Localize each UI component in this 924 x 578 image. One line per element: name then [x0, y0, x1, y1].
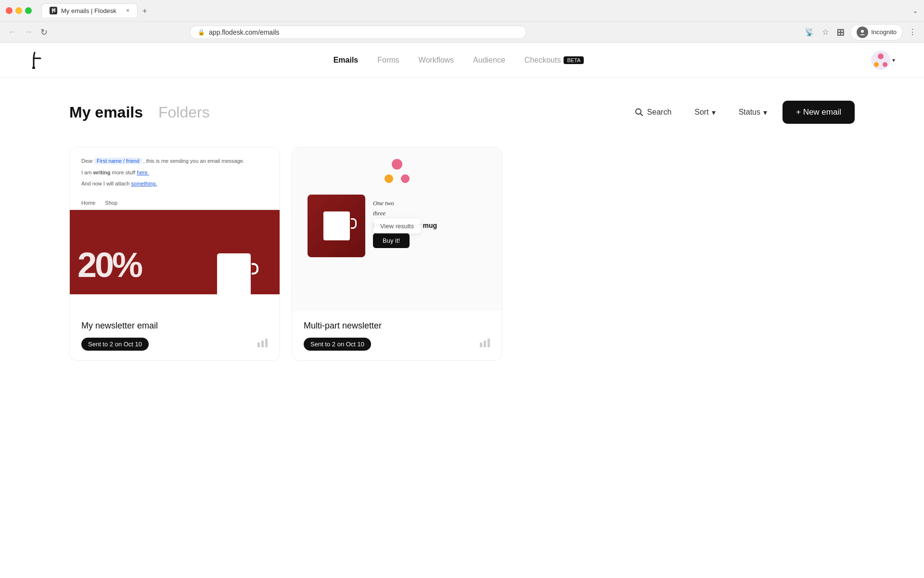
incognito-avatar: [857, 26, 868, 38]
user-menu-chevron[interactable]: ▾: [892, 57, 895, 64]
preview-mug-image: [308, 195, 365, 257]
email-grid: Dear First name / friend , this is me se…: [69, 147, 502, 361]
preview-red-banner: 20%: [70, 210, 280, 294]
preview-percent-text: 20%: [77, 245, 141, 285]
logo-dot-top: [392, 159, 402, 170]
nav-link-workflows[interactable]: Workflows: [419, 56, 454, 65]
tabs-chevron[interactable]: ⌄: [912, 7, 918, 14]
nav-link-forms[interactable]: Forms: [377, 56, 399, 65]
top-nav: Emails Forms Workflows Audience Checkout…: [0, 43, 924, 78]
sort-button[interactable]: Sort ▾: [687, 103, 723, 122]
email-card-1-footer: My newsletter email Sent to 2 on Oct 10: [70, 311, 280, 360]
app: Emails Forms Workflows Audience Checkout…: [0, 43, 924, 578]
new-email-button[interactable]: + New email: [783, 101, 855, 124]
preview-bold-writing: writing: [93, 170, 110, 175]
browser-nav-bar: ← → ↻ 🔒 app.flodesk.com/emails 📡 ☆ ⊞ Inc…: [0, 21, 924, 42]
email-card-2-sent-badge: Sent to 2 on Oct 10: [304, 338, 371, 351]
svg-rect-5: [265, 339, 268, 347]
mug-handle-inner: [351, 218, 357, 229]
preview-mug-container: [217, 253, 251, 294]
view-results-overlay[interactable]: View results: [373, 219, 421, 234]
preview-text-section: Dear First name / friend , this is me se…: [70, 147, 280, 196]
tab-close-button[interactable]: ×: [126, 7, 129, 14]
preview-more-stuff: more stuff: [112, 170, 137, 175]
email-preview-2: One two three Please buy our mug Buy it!…: [292, 147, 502, 311]
logo-icon: [29, 52, 46, 69]
handwrite-line2: three: [373, 210, 385, 217]
forward-button[interactable]: →: [22, 25, 35, 39]
email-card-1-sent-badge: Sent to 2 on Oct 10: [81, 338, 149, 351]
browser-tabs: My emails | Flodesk × +: [41, 4, 152, 17]
nav-link-checkouts[interactable]: Checkouts BETA: [525, 56, 584, 65]
stats-bars-icon-2: [480, 339, 490, 347]
preview-line-1: Dear First name / friend , this is me se…: [81, 157, 268, 166]
preview-dear: Dear: [81, 158, 94, 164]
preview-line-3: And now I will attach something.: [81, 180, 268, 188]
beta-badge: BETA: [564, 56, 584, 64]
minimize-dot[interactable]: [15, 7, 22, 14]
preview-logo: [371, 147, 423, 195]
logo-dot-bottom-right: [401, 174, 410, 183]
sort-chevron: ▾: [712, 108, 716, 117]
active-tab[interactable]: My emails | Flodesk ×: [41, 3, 138, 17]
page-header: My emails Folders Search Sort ▾ Status ▾: [69, 101, 855, 124]
bookmark-icon[interactable]: ☆: [820, 26, 831, 39]
preview-nav: Home Shop: [70, 196, 280, 210]
email-card-2-footer: Multi-part newsletter Sent to 2 on Oct 1…: [292, 311, 502, 360]
browser-chrome: My emails | Flodesk × + ⌄ ← → ↻ 🔒 app.fl…: [0, 0, 924, 43]
tab-favicon: [50, 7, 57, 14]
browser-dots: [6, 7, 32, 14]
email-card-2-stats-icon[interactable]: [480, 339, 490, 350]
cast-icon[interactable]: 📡: [803, 26, 816, 39]
avatar-dot-bottom-left: [874, 62, 879, 67]
search-icon: [635, 108, 643, 117]
svg-rect-3: [257, 342, 260, 347]
status-button[interactable]: Status ▾: [731, 103, 775, 122]
reload-button[interactable]: ↻: [38, 25, 50, 39]
preview-mug-body: [217, 253, 251, 294]
svg-point-1: [32, 66, 35, 69]
incognito-button[interactable]: Incognito: [850, 24, 903, 40]
lock-icon: 🔒: [198, 29, 205, 36]
preview-text-after-highlight: , this is me sending you an email messag…: [143, 158, 244, 164]
close-dot[interactable]: [6, 7, 13, 14]
email-preview-1: Dear First name / friend , this is me se…: [70, 147, 280, 311]
email-card-1-meta: Sent to 2 on Oct 10: [81, 338, 268, 351]
stats-bars-icon: [257, 339, 268, 347]
svg-rect-6: [480, 342, 482, 347]
mug-bg: [308, 195, 365, 257]
email-card-2-title: Multi-part newsletter: [304, 321, 490, 331]
new-tab-button[interactable]: +: [138, 5, 152, 17]
folders-tab[interactable]: Folders: [158, 104, 210, 121]
nav-links: Emails Forms Workflows Audience Checkout…: [334, 56, 584, 65]
preview-cta-button: Buy it!: [373, 233, 410, 248]
browser-top-bar: My emails | Flodesk × + ⌄: [0, 0, 924, 21]
search-button[interactable]: Search: [627, 103, 680, 121]
back-button[interactable]: ←: [6, 25, 18, 39]
preview-handwrite: One two three: [373, 198, 490, 219]
email-card-1[interactable]: Dear First name / friend , this is me se…: [69, 147, 280, 361]
nav-link-audience[interactable]: Audience: [473, 56, 505, 65]
user-avatar[interactable]: [871, 51, 890, 70]
more-options-icon[interactable]: ⋮: [907, 26, 918, 39]
nav-icons-right: 📡 ☆ ⊞ Incognito ⋮: [803, 24, 918, 40]
maximize-dot[interactable]: [25, 7, 32, 14]
incognito-label: Incognito: [871, 28, 897, 36]
page-content: My emails Folders Search Sort ▾ Status ▾: [0, 78, 924, 384]
browser-menu-icon[interactable]: ⊞: [834, 25, 847, 40]
preview-link-here: here.: [137, 170, 149, 175]
header-actions: Search Sort ▾ Status ▾ + New email: [627, 101, 855, 124]
logo[interactable]: [29, 52, 46, 69]
preview-nav-shop: Shop: [105, 200, 117, 206]
address-bar[interactable]: 🔒 app.flodesk.com/emails: [190, 26, 526, 39]
email-card-1-stats-icon[interactable]: [257, 339, 268, 350]
email-card-2[interactable]: One two three Please buy our mug Buy it!…: [292, 147, 502, 361]
svg-point-2: [636, 109, 641, 114]
preview-iam: I am: [81, 170, 93, 175]
avatar-dot-bottom-right: [883, 62, 887, 67]
nav-link-emails[interactable]: Emails: [334, 56, 359, 65]
svg-rect-8: [488, 339, 490, 347]
svg-rect-4: [261, 341, 264, 347]
mug-body-white: [323, 211, 350, 240]
user-menu[interactable]: ▾: [871, 51, 895, 70]
